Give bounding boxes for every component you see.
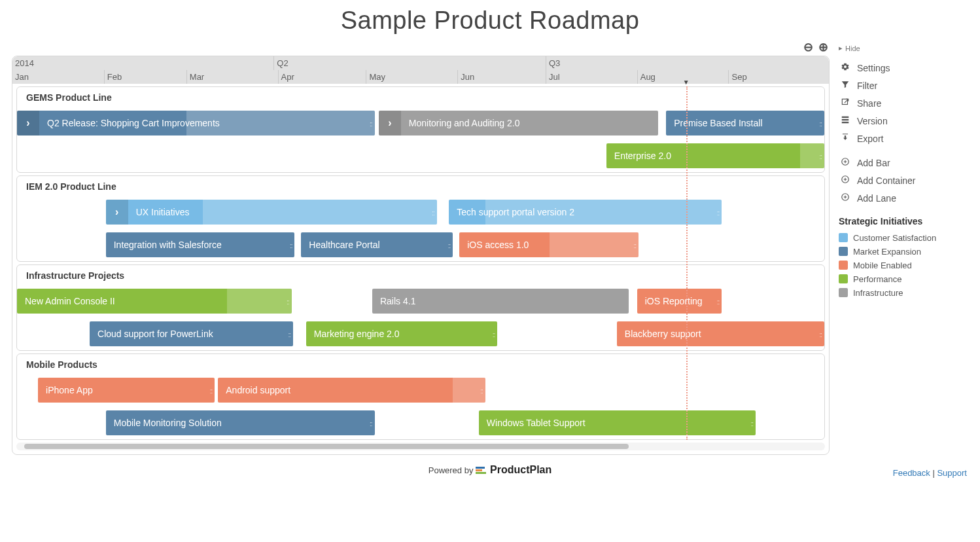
lane-title: IEM 2.0 Product Line (17, 176, 824, 196)
timeline-month: Sep (728, 70, 746, 84)
bar-label: Android support (226, 385, 290, 395)
roadmap-bar[interactable]: Integration with Salesforce:: (106, 232, 295, 257)
legend-swatch (839, 233, 848, 242)
roadmap-bar[interactable]: Enterprise 2.0:: (606, 143, 824, 168)
roadmap-bar[interactable]: Healthcare Portal:: (301, 232, 453, 257)
roadmap-bar[interactable]: ›Q2 Release: Shopping Cart Improvements:… (17, 111, 375, 136)
bar-label: Integration with Salesforce (114, 240, 222, 250)
expand-chevron-icon[interactable]: › (106, 200, 128, 225)
roadmap-bar[interactable]: Tech support portal version 2:: (449, 200, 722, 225)
drag-handle-icon[interactable]: :: (290, 234, 292, 257)
drag-handle-icon[interactable]: :: (751, 412, 754, 435)
roadmap-bar[interactable]: Cloud support for PowerLink:: (90, 321, 293, 346)
bar-progress-shade (186, 111, 375, 136)
drag-handle-icon[interactable]: :: (432, 201, 434, 225)
legend-item[interactable]: Performance (839, 272, 968, 286)
legend-item[interactable]: Infrastructure (839, 286, 968, 300)
bar-progress-shade (227, 289, 292, 314)
expand-chevron-icon[interactable]: › (17, 111, 39, 136)
legend-item[interactable]: Customer Satisfaction (839, 231, 968, 245)
drag-handle-icon[interactable]: :: (717, 201, 720, 225)
timeline-month: Jul (546, 70, 560, 84)
bar-label: Mobile Monitoring Solution (114, 418, 222, 428)
plus-circle-icon (840, 192, 850, 204)
roadmap-bar[interactable]: Marketing engine 2.0:: (306, 321, 497, 346)
drag-handle-icon[interactable]: :: (370, 412, 372, 435)
drag-handle-icon[interactable]: :: (370, 112, 372, 136)
drag-handle-icon[interactable]: :: (448, 234, 451, 257)
menu-item-add-bar[interactable]: Add Bar (839, 154, 968, 172)
filter-icon (840, 80, 850, 91)
menu-item-add-container[interactable]: Add Container (839, 172, 968, 189)
drag-handle-icon[interactable]: :: (717, 290, 720, 314)
support-link[interactable]: Support (937, 468, 967, 478)
timeline-month: Jan (12, 70, 29, 84)
roadmap-bar[interactable]: Android support:: (218, 378, 485, 403)
bar-label: Healthcare Portal (309, 240, 379, 250)
expand-chevron-icon[interactable]: › (379, 111, 401, 136)
drag-handle-icon[interactable]: :: (819, 112, 822, 136)
roadmap-bar[interactable]: iOS access 1.0:: (459, 232, 639, 257)
powered-by-label: Powered by (429, 465, 474, 475)
zoom-out-button[interactable]: ⊖ (803, 41, 813, 54)
drag-handle-icon[interactable]: :: (480, 379, 483, 403)
bar-progress-shade (550, 232, 639, 257)
bar-label: Windows Tablet Support (487, 418, 586, 428)
timeline-month: Apr (278, 70, 294, 84)
roadmap-bar[interactable]: Rails 4.1 (372, 289, 629, 314)
bar-label: iPhone App (46, 385, 93, 395)
menu-label: Filter (857, 81, 877, 91)
legend-item[interactable]: Market Expansion (839, 245, 968, 259)
drag-handle-icon[interactable]: :: (819, 145, 822, 168)
menu-item-version[interactable]: Version (839, 112, 968, 130)
drag-handle-icon[interactable]: :: (819, 323, 822, 346)
lane: IEM 2.0 Product Line›UX Initiatives::Tec… (16, 175, 825, 262)
menu-label: Add Container (857, 175, 916, 186)
menu-label: Export (857, 134, 883, 144)
feedback-link[interactable]: Feedback (893, 468, 930, 478)
legend-swatch (839, 274, 848, 283)
legend-title: Strategic Initiatives (839, 216, 968, 227)
hide-sidebar-button[interactable]: ▸ Hide (839, 44, 968, 52)
legend-label: Performance (853, 274, 901, 284)
menu-item-export[interactable]: Export (839, 130, 968, 147)
legend-item[interactable]: Mobile Enabled (839, 259, 968, 272)
timeline-header: 2014 Q2Q3 JanFebMarAprMayJunJulAugSep (12, 56, 829, 84)
legend-swatch (839, 261, 848, 270)
drag-handle-icon[interactable]: :: (288, 323, 290, 346)
bar-label: Rails 4.1 (380, 296, 415, 306)
drag-handle-icon[interactable]: :: (493, 323, 495, 346)
svg-rect-0 (842, 99, 847, 104)
menu-item-add-lane[interactable]: Add Lane (839, 189, 968, 207)
roadmap-bar[interactable]: ›UX Initiatives:: (106, 200, 437, 225)
lane-row: Mobile Monitoring Solution::Windows Tabl… (17, 406, 824, 439)
timeline-quarter: Q3 (546, 56, 560, 70)
today-indicator-icon (683, 79, 690, 86)
drag-handle-icon[interactable]: :: (210, 379, 213, 403)
bar-label: Blackberry support (625, 329, 701, 339)
svg-rect-7 (476, 467, 485, 469)
roadmap-bar[interactable]: iPhone App:: (38, 378, 215, 403)
roadmap-bar[interactable]: iOS Reporting:: (637, 289, 722, 314)
timeline-month: Mar (186, 70, 204, 84)
timeline-month: Jun (457, 70, 474, 84)
export-icon (840, 133, 850, 144)
bar-progress-shade (485, 200, 722, 225)
zoom-in-button[interactable]: ⊕ (818, 41, 828, 54)
roadmap-bar[interactable]: Windows Tablet Support:: (479, 410, 756, 435)
menu-item-filter[interactable]: Filter (839, 77, 968, 94)
roadmap-bar[interactable]: Blackberry support:: (617, 321, 824, 346)
roadmap-bar[interactable]: Premise Based Install:: (666, 111, 824, 136)
drag-handle-icon[interactable]: :: (287, 290, 289, 314)
roadmap-bar[interactable]: ›Monitoring and Auditing 2.0 (379, 111, 658, 136)
horizontal-scrollbar[interactable] (16, 443, 825, 450)
menu-item-share[interactable]: Share (839, 94, 968, 112)
menu-label: Share (857, 98, 881, 109)
bar-label: Marketing engine 2.0 (314, 329, 400, 339)
roadmap-bar[interactable]: Mobile Monitoring Solution:: (106, 410, 375, 435)
footer: Powered by ProductPlan Feedback | Suppor… (0, 460, 980, 483)
drag-handle-icon[interactable]: :: (634, 234, 637, 257)
menu-item-settings[interactable]: Settings (839, 59, 968, 77)
svg-rect-9 (476, 472, 486, 474)
roadmap-bar[interactable]: New Admin Console II:: (17, 289, 292, 314)
